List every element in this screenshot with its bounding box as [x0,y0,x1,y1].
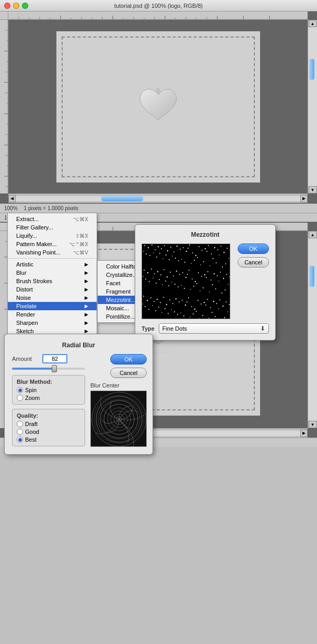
menu-item-vanishing-point[interactable]: Vanishing Point... ⌥⌘V [8,248,97,257]
svg-point-113 [154,273,155,274]
svg-point-179 [163,297,164,298]
svg-point-125 [173,275,174,276]
svg-point-120 [159,279,160,280]
maximize-btn[interactable] [22,3,28,9]
spin-radio-row[interactable]: Spin [17,387,80,393]
svg-point-159 [226,274,227,275]
amount-input[interactable] [42,354,67,363]
svg-point-144 [196,283,197,284]
quality-section: Quality: Draft Good Best [12,409,85,446]
scrollbar-v-top[interactable]: ▲ ▼ [308,20,317,193]
menu-item-extract[interactable]: Extract... ⌥⌘X [8,215,97,223]
draft-radio-row[interactable]: Draft [17,421,80,427]
svg-point-138 [187,274,188,275]
scrollbar-h-top[interactable]: ◀ ▶ [8,193,308,203]
svg-point-74 [187,248,189,249]
amount-slider-track[interactable] [12,368,85,370]
svg-point-202 [193,313,194,314]
svg-point-49 [155,249,156,250]
svg-point-218 [218,308,219,309]
title-bar-top: tutorial.psd @ 100% (logo, RGB/8) [0,0,317,11]
draft-radio-btn[interactable] [17,421,23,427]
svg-point-80 [197,257,198,258]
svg-point-97 [230,250,230,251]
mezzotint-title: Mezzotint [142,231,269,238]
svg-point-199 [194,309,195,310]
svg-point-213 [216,303,217,304]
menu-item-pixelate[interactable]: Pixelate ▶ [8,302,97,310]
menu-item-sharpen[interactable]: Sharpen ▶ [8,319,97,327]
svg-point-162 [225,289,226,290]
svg-point-219 [226,301,227,302]
canvas-area-top [8,20,308,193]
svg-point-87 [214,247,215,248]
type-label: Type [142,325,155,332]
svg-point-98 [225,263,226,264]
good-label: Good [25,429,39,435]
svg-point-54 [156,257,157,258]
best-radio-row[interactable]: Best [17,436,80,443]
svg-point-216 [215,316,216,317]
menu-item-liquify[interactable]: Liquify... ⇧⌘X [8,232,97,240]
svg-point-198 [186,301,187,302]
mezzotint-cancel-btn[interactable]: Cancel [238,257,269,268]
good-radio-btn[interactable] [17,429,23,435]
svg-point-136 [184,288,185,289]
dropdown-arrow-icon[interactable]: ⬇ [260,325,265,332]
good-radio-row[interactable]: Good [17,429,80,435]
svg-point-189 [179,301,180,302]
menu-item-distort[interactable]: Distort ▶ [8,285,97,294]
zoom-radio-row[interactable]: Zoom [17,395,80,401]
minimize-btn[interactable] [13,3,19,9]
slider-thumb[interactable] [52,365,57,372]
svg-point-68 [178,260,179,261]
svg-point-100 [228,258,229,259]
svg-point-48 [146,253,147,254]
svg-point-156 [215,288,216,289]
close-btn[interactable] [4,3,10,9]
svg-point-89 [217,249,218,250]
svg-point-164 [228,284,229,285]
svg-point-220 [221,319,222,319]
svg-point-135 [189,270,190,271]
radial-blur-ok-btn[interactable]: OK [110,354,147,364]
svg-point-62 [169,259,170,260]
svg-point-81 [205,248,206,249]
menu-item-filter-gallery[interactable]: Filter Gallery... [8,223,97,232]
menu-item-pattern-maker[interactable]: Pattern Maker... ⌥⌃⌘X [8,240,97,248]
menu-item-noise[interactable]: Noise ▶ [8,294,97,302]
svg-point-131 [182,272,183,273]
svg-point-214 [212,312,213,313]
blur-center-label: Blur Center [90,382,147,388]
ps-window-top: tutorial.psd @ 100% (logo, RGB/8) [0,0,317,203]
svg-point-137 [192,278,193,280]
svg-point-95 [227,248,228,249]
best-radio-btn[interactable] [17,436,23,443]
svg-point-170 [142,303,143,305]
blur-center-preview[interactable] [90,391,147,447]
svg-point-75 [195,255,196,256]
radial-blur-cancel-btn[interactable]: Cancel [110,368,147,378]
scrollbar-v-bottom[interactable]: ▲ ▼ [308,231,317,428]
svg-point-145 [204,274,205,275]
menu-item-blur[interactable]: Blur ▶ [8,269,97,277]
type-value: Fine Dots [162,325,260,332]
svg-point-85 [211,253,212,254]
svg-point-146 [199,290,201,291]
menu-item-render[interactable]: Render ▶ [8,310,97,319]
svg-point-188 [171,309,172,310]
svg-point-84 [203,261,204,262]
ruler-horizontal [8,11,308,20]
zoom-radio-btn[interactable] [17,395,23,401]
menu-item-brush-strokes[interactable]: Brush Strokes ▶ [8,277,97,285]
svg-point-206 [199,318,200,319]
svg-point-118 [156,283,157,284]
svg-point-86 [206,251,207,252]
mezzotint-ok-btn[interactable]: OK [238,244,269,254]
svg-point-91 [220,246,221,247]
menu-item-artistic[interactable]: Artistic ▶ [8,260,97,269]
svg-point-110 [143,276,144,277]
svg-point-193 [185,305,186,306]
spin-radio-btn[interactable] [17,387,23,393]
svg-point-70 [181,259,182,260]
